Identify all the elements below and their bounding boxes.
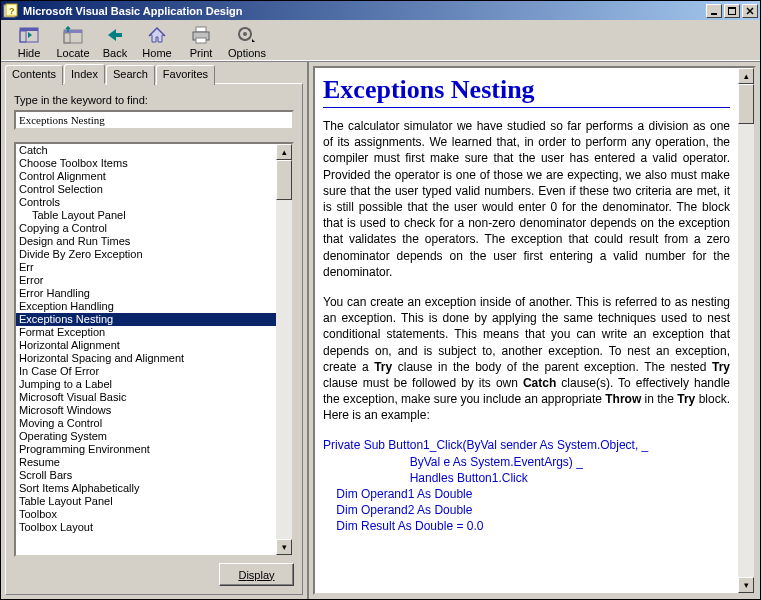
list-item[interactable]: Choose Toolbox Items <box>16 157 276 170</box>
scroll-thumb[interactable] <box>276 160 292 200</box>
index-panel: Type in the keyword to find: CatchChoose… <box>5 83 303 595</box>
list-item[interactable]: Exceptions Nesting <box>16 313 276 326</box>
list-item[interactable]: Control Selection <box>16 183 276 196</box>
home-icon <box>145 24 169 46</box>
hide-icon <box>17 24 41 46</box>
list-item[interactable]: Controls <box>16 196 276 209</box>
svg-rect-14 <box>196 38 206 43</box>
app-icon: ? <box>3 3 19 19</box>
scroll-down-button[interactable]: ▾ <box>738 577 754 593</box>
options-icon <box>235 24 259 46</box>
list-item[interactable]: Control Alignment <box>16 170 276 183</box>
list-item[interactable]: Table Layout Panel <box>16 209 276 222</box>
content-pane: Exceptions Nesting The calculator simula… <box>309 62 760 599</box>
maximize-button[interactable] <box>724 4 740 18</box>
toolbar-label: Locate <box>53 47 93 59</box>
titlebar: ? Microsoft Visual Basic Application Des… <box>1 1 760 20</box>
list-item[interactable]: Horizontal Spacing and Alignment <box>16 352 276 365</box>
keyword-input[interactable] <box>14 110 294 130</box>
page-title: Exceptions Nesting <box>323 72 730 108</box>
list-item[interactable]: Error <box>16 274 276 287</box>
hide-button[interactable]: Hide <box>7 23 51 60</box>
toolbar-label: Back <box>97 47 133 59</box>
print-button[interactable]: Print <box>179 23 223 60</box>
svg-rect-5 <box>728 7 736 9</box>
list-item[interactable]: Design and Run Times <box>16 235 276 248</box>
scroll-track[interactable] <box>276 200 292 539</box>
list-item[interactable]: Exception Handling <box>16 300 276 313</box>
list-item[interactable]: Format Exception <box>16 326 276 339</box>
list-item[interactable]: Divide By Zero Exception <box>16 248 276 261</box>
window-title: Microsoft Visual Basic Application Desig… <box>23 5 704 17</box>
back-button[interactable]: Back <box>95 23 135 60</box>
list-item[interactable]: Toolbox <box>16 508 276 521</box>
document-body: Exceptions Nesting The calculator simula… <box>315 68 738 593</box>
svg-rect-3 <box>711 13 717 15</box>
scrollbar[interactable]: ▴ ▾ <box>738 68 754 593</box>
svg-point-16 <box>243 32 247 36</box>
back-icon <box>103 24 127 46</box>
list-item[interactable]: Toolbox Layout <box>16 521 276 534</box>
home-button[interactable]: Home <box>135 23 179 60</box>
list-item[interactable]: Catch <box>16 144 276 157</box>
close-button[interactable] <box>742 4 758 18</box>
svg-text:?: ? <box>9 6 15 16</box>
navigation-pane: Contents Index Search Favorites Type in … <box>1 62 309 599</box>
print-icon <box>189 24 213 46</box>
list-item[interactable]: Operating System <box>16 430 276 443</box>
list-item[interactable]: Programming Environment <box>16 443 276 456</box>
list-item[interactable]: Resume <box>16 456 276 469</box>
display-button[interactable]: Display <box>219 563 294 586</box>
tab-index[interactable]: Index <box>64 64 105 84</box>
code-block: Private Sub Button1_Click(ByVal sender A… <box>323 437 730 534</box>
list-item[interactable]: In Case Of Error <box>16 365 276 378</box>
scroll-track[interactable] <box>738 124 754 577</box>
list-item[interactable]: Scroll Bars <box>16 469 276 482</box>
list-item[interactable]: Err <box>16 261 276 274</box>
toolbar: Hide Locate Back Home Print <box>1 20 760 62</box>
list-item[interactable]: Copying a Control <box>16 222 276 235</box>
list-item[interactable]: Jumping to a Label <box>16 378 276 391</box>
toolbar-label: Options <box>225 47 269 59</box>
tab-contents[interactable]: Contents <box>5 65 63 85</box>
toolbar-label: Home <box>137 47 177 59</box>
tab-search[interactable]: Search <box>106 65 155 85</box>
svg-rect-8 <box>20 31 26 42</box>
scroll-up-button[interactable]: ▴ <box>276 144 292 160</box>
paragraph: You can create an exception inside of an… <box>323 294 730 424</box>
list-item[interactable]: Horizontal Alignment <box>16 339 276 352</box>
tab-favorites[interactable]: Favorites <box>156 65 215 85</box>
keyword-label: Type in the keyword to find: <box>14 94 294 106</box>
svg-rect-11 <box>64 33 70 43</box>
options-button[interactable]: Options <box>223 23 271 60</box>
index-listbox[interactable]: CatchChoose Toolbox ItemsControl Alignme… <box>14 142 294 557</box>
locate-button[interactable]: Locate <box>51 23 95 60</box>
paragraph: The calculator simulator we have studied… <box>323 118 730 280</box>
locate-icon <box>61 24 85 46</box>
scroll-down-button[interactable]: ▾ <box>276 539 292 555</box>
list-item[interactable]: Table Layout Panel <box>16 495 276 508</box>
svg-rect-12 <box>196 27 206 32</box>
scrollbar[interactable]: ▴ ▾ <box>276 144 292 555</box>
list-item[interactable]: Sort Items Alphabetically <box>16 482 276 495</box>
toolbar-label: Print <box>181 47 221 59</box>
tab-strip: Contents Index Search Favorites <box>5 64 303 84</box>
minimize-button[interactable] <box>706 4 722 18</box>
list-item[interactable]: Microsoft Visual Basic <box>16 391 276 404</box>
toolbar-label: Hide <box>9 47 49 59</box>
scroll-up-button[interactable]: ▴ <box>738 68 754 84</box>
list-item[interactable]: Error Handling <box>16 287 276 300</box>
scroll-thumb[interactable] <box>738 84 754 124</box>
list-item[interactable]: Moving a Control <box>16 417 276 430</box>
list-item[interactable]: Microsoft Windows <box>16 404 276 417</box>
